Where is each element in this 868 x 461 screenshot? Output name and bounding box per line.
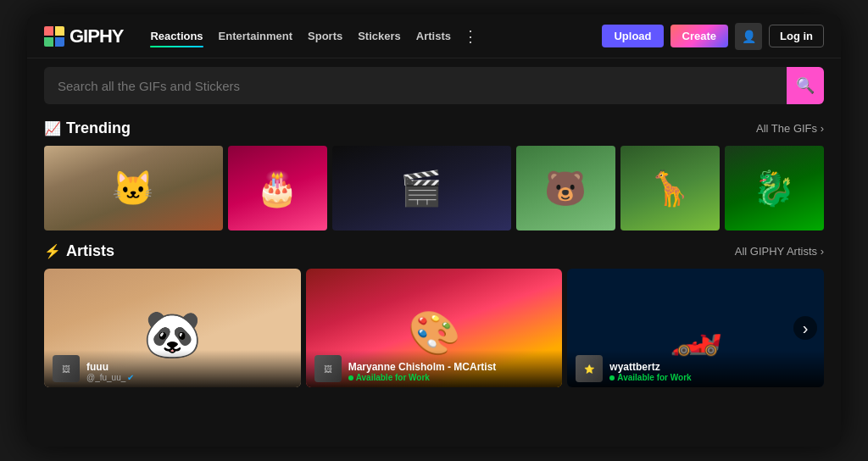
trending-label: Trending (66, 119, 131, 137)
search-input[interactable] (44, 70, 787, 102)
artist-wyatt-avatar: ⭐ (576, 355, 603, 382)
nav-artists[interactable]: Artists (409, 26, 458, 46)
artist-fuuu-avatar: 🖼 (53, 355, 80, 382)
artist-maryanne-info: Maryanne Chisholm - MCАrtist Available f… (348, 361, 554, 382)
main-content: 📈 Trending All The GIFs › ⚡ Artists All … (27, 113, 841, 394)
artist-fuuu-name: fuuu (86, 361, 292, 373)
user-icon-button[interactable]: 👤 (735, 23, 762, 50)
artists-row: 🐼 🖼 fuuu @_fu_uu_ ✔ 🎨 (44, 269, 824, 387)
trending-gifs-row (44, 146, 824, 230)
artist-maryanne-name: Maryanne Chisholm - MCАrtist (348, 361, 554, 373)
artist-item-fuuu[interactable]: 🐼 🖼 fuuu @_fu_uu_ ✔ (44, 269, 301, 387)
header: GIPHY Reactions Entertainment Sports Sti… (27, 14, 841, 58)
trending-all-link[interactable]: All The GIFs › (756, 122, 824, 135)
trending-gif-cat[interactable] (44, 146, 223, 230)
artists-section-header: ⚡ Artists All GIPHY Artists › (44, 242, 824, 260)
verified-icon: ✔ (127, 373, 134, 382)
artist-maryanne-avatar: 🖼 (314, 355, 342, 382)
logo[interactable]: GIPHY (44, 25, 123, 47)
trending-title: 📈 Trending (44, 119, 131, 137)
search-container: 🔍 (44, 67, 824, 104)
available-dot-wyatt (609, 375, 615, 380)
artist-item-maryanne[interactable]: 🎨 🖼 Maryanne Chisholm - MCАrtist Availab… (306, 269, 563, 387)
nav-stickers[interactable]: Stickers (351, 26, 408, 46)
create-button[interactable]: Create (670, 25, 728, 47)
upload-button[interactable]: Upload (602, 25, 663, 47)
trending-gif-cake[interactable] (228, 146, 327, 230)
search-bar: 🔍 (27, 58, 841, 113)
logo-icon (44, 26, 64, 47)
artist-fuuu-overlay: 🖼 fuuu @_fu_uu_ ✔ (44, 350, 301, 387)
app-window: GIPHY Reactions Entertainment Sports Sti… (27, 14, 841, 447)
header-actions: Upload Create 👤 Log in (602, 23, 824, 50)
artists-title: ⚡ Artists (44, 242, 114, 260)
artist-wyatt-info: wyattbertz Available for Work (609, 361, 815, 382)
artist-fuuu-handle: @_fu_uu_ ✔ (86, 373, 292, 382)
artist-wyatt-overlay: ⭐ wyattbertz Available for Work (567, 350, 824, 387)
nav-reactions[interactable]: Reactions (143, 26, 209, 46)
artist-item-wyatt[interactable]: 🏎️ ⭐ wyattbertz Available for Work › (567, 269, 824, 387)
artists-next-button[interactable]: › (793, 316, 817, 340)
trending-gif-dragon[interactable] (725, 146, 824, 230)
artists-icon: ⚡ (44, 243, 61, 259)
nav-sports[interactable]: Sports (301, 26, 349, 46)
artist-maryanne-overlay: 🖼 Maryanne Chisholm - MCАrtist Available… (306, 350, 563, 387)
artists-all-link[interactable]: All GIPHY Artists › (735, 245, 824, 258)
search-button[interactable]: 🔍 (787, 67, 824, 104)
artist-wyatt-name: wyattbertz (609, 361, 815, 373)
login-button[interactable]: Log in (769, 25, 824, 47)
trending-icon: 📈 (44, 120, 61, 136)
nav-entertainment[interactable]: Entertainment (212, 26, 299, 46)
trending-gif-person[interactable] (332, 146, 511, 230)
available-dot (348, 375, 353, 380)
trending-section-header: 📈 Trending All The GIFs › (44, 119, 824, 137)
nav-bar: Reactions Entertainment Sports Stickers … (143, 26, 588, 46)
more-icon[interactable]: ⋮ (459, 27, 481, 46)
artist-fuuu-info: fuuu @_fu_uu_ ✔ (86, 361, 292, 382)
artist-maryanne-available: Available for Work (348, 373, 554, 382)
trending-gif-bear[interactable] (516, 146, 615, 230)
logo-text: GIPHY (70, 25, 123, 47)
artist-wyatt-available: Available for Work (609, 373, 815, 382)
artists-label: Artists (66, 242, 114, 260)
trending-gif-giraffe[interactable] (620, 146, 720, 230)
